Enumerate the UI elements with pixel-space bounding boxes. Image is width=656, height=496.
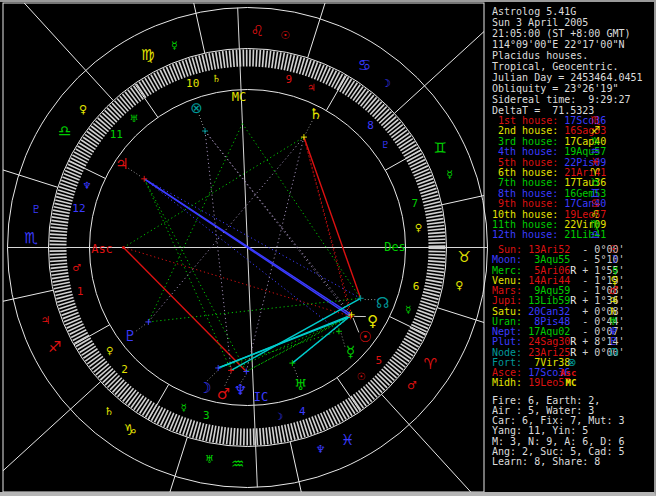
sign-icon: ♎ bbox=[591, 230, 601, 240]
aspect-line bbox=[205, 131, 352, 315]
house-ruler-icon: ♃ bbox=[307, 82, 316, 93]
header-line: Placidus houses. bbox=[492, 51, 588, 61]
sign-boundary bbox=[170, 437, 187, 492]
sign-glyph-aries: ♈ bbox=[424, 355, 437, 373]
sign-glyph-gemini: ♊ bbox=[433, 139, 446, 157]
planet-pointer bbox=[136, 324, 146, 331]
sign-ruler-icon: ♀ bbox=[79, 103, 87, 116]
aspect-line bbox=[218, 316, 350, 368]
header-line: Sun 3 April 2005 bbox=[492, 18, 588, 28]
sign-boundary bbox=[437, 308, 484, 323]
sign-ruler-icon: ☉ bbox=[280, 29, 290, 42]
sign-ruler-icon: ♀ bbox=[455, 279, 463, 292]
house-ruler-icon: ☿ bbox=[181, 402, 187, 413]
aspect-line bbox=[144, 179, 339, 331]
sign-ruler-icon: ☿ bbox=[446, 168, 453, 181]
sign-ruler-icon: ♇ bbox=[31, 203, 41, 216]
degree-mark bbox=[358, 295, 364, 301]
sign-boundary bbox=[24, 3, 113, 101]
house-ruler-icon: ☉ bbox=[357, 371, 366, 382]
house-number: 5 bbox=[375, 354, 382, 367]
planet-glyph-ura: ♅ bbox=[294, 376, 307, 394]
house-number: 7 bbox=[412, 197, 419, 210]
aspect-line bbox=[231, 316, 351, 370]
angle-label-des: Des bbox=[384, 240, 406, 254]
degree-mark bbox=[228, 367, 234, 373]
house-number: 10 bbox=[186, 77, 199, 90]
sign-boundary bbox=[290, 442, 301, 492]
sign-glyph-cancer: ♋ bbox=[358, 56, 371, 74]
sign-glyph-capricorn: ♑ bbox=[124, 421, 137, 439]
sign-boundary bbox=[3, 290, 53, 301]
angle-label-mc: MC bbox=[232, 90, 246, 104]
planet-icon: ☊ bbox=[609, 348, 619, 358]
aspect-line bbox=[124, 137, 304, 247]
planet-glyph-sun: ☉ bbox=[358, 328, 371, 346]
sign-ruler-icon: ♃ bbox=[40, 314, 50, 327]
aspect-line bbox=[144, 179, 360, 298]
angle-label-ic: IC bbox=[254, 390, 268, 404]
planet-glyph-moon: ☽ bbox=[198, 379, 211, 397]
house-number: 1 bbox=[77, 285, 84, 298]
planet-glyph-mer: ☿ bbox=[346, 343, 355, 361]
zodiac-ring: ♈♂♉♀♊☿♋☽♌☉♍☿♎♀♏♇♐♃♑♄♒♅♓♆ bbox=[3, 3, 488, 492]
planet-glyph-plu: ♇ bbox=[123, 327, 136, 345]
house-number: 9 bbox=[285, 73, 292, 86]
aspect-line bbox=[205, 131, 351, 316]
house-ruler-icon: ♀ bbox=[415, 222, 422, 233]
house-number: 2 bbox=[121, 363, 128, 376]
info-panel: Astrolog 5.41GSun 3 April 200521:05:00 (… bbox=[490, 0, 654, 496]
house-ruler-icon: ♅ bbox=[129, 113, 138, 124]
degree-mark bbox=[301, 134, 307, 140]
sign-boundary bbox=[3, 170, 58, 187]
header-line: Sidereal time: 9:29:27 bbox=[492, 95, 630, 105]
planet-pointer bbox=[199, 115, 204, 128]
planet-pointer bbox=[128, 168, 141, 177]
aspect-line bbox=[304, 137, 361, 298]
sign-boundary bbox=[442, 196, 484, 205]
sign-boundary bbox=[308, 3, 325, 58]
header-line: 21:05:00 (ST +8:00 GMT) bbox=[492, 29, 630, 39]
sign-glyph-scorpio: ♏ bbox=[24, 229, 38, 247]
header-line: Astrolog 5.41G bbox=[492, 7, 576, 17]
planet-glyph-for: ⊗ bbox=[190, 99, 203, 117]
sign-ruler-icon: ♄ bbox=[104, 405, 114, 418]
planet-row: Midh: 19Leo57 MC bbox=[492, 378, 582, 388]
house-number: 8 bbox=[367, 119, 374, 132]
planet-glyph-ven: ♀ bbox=[367, 312, 378, 330]
house-ruler-icon: ☽ bbox=[274, 411, 283, 422]
house-ruler-icon: ♇ bbox=[381, 139, 390, 150]
planet-pointer bbox=[341, 333, 345, 346]
header-line: 114°09'00"E 22°17'00"N bbox=[492, 40, 624, 50]
stat-line: Learn: 8, Share: 8 bbox=[492, 457, 600, 467]
degree-mark bbox=[215, 365, 221, 371]
header-line: Obliquity = 23°26'19" bbox=[492, 84, 618, 94]
planet-glyph-nod: ☊ bbox=[376, 294, 389, 312]
aspect-line bbox=[144, 179, 246, 372]
planet-glyph-nep: ♆ bbox=[234, 381, 247, 399]
degree-mark bbox=[336, 328, 342, 334]
aspect-line bbox=[218, 331, 339, 368]
angle-label-asc: Asc bbox=[91, 242, 113, 256]
header-line: Julian Day = 2453464.0451 bbox=[492, 73, 643, 83]
sign-boundary bbox=[382, 394, 471, 492]
house-row: 12th house: 21Lib41♎ bbox=[492, 230, 606, 240]
sign-ruler-icon: ☿ bbox=[171, 39, 178, 52]
sign-glyph-sagittarius: ♐ bbox=[48, 338, 61, 356]
planet-glyph-sat: ♄ bbox=[309, 105, 322, 123]
sign-boundary bbox=[3, 382, 101, 471]
astrolog-window: ♈♂♉♀♊☿♋☽♌☉♍☿♎♀♏♇♐♃♑♄♒♅♓♆1♂2♀3☿4☽5☉6☿7♀8♇… bbox=[0, 0, 656, 496]
header-line: Tropical, Geocentric. bbox=[492, 62, 618, 72]
sign-glyph-leo: ♌ bbox=[251, 22, 264, 40]
planet-pointer bbox=[305, 121, 312, 134]
house-ruler-icon: ♆ bbox=[82, 180, 91, 191]
asc-degree-dot bbox=[122, 246, 125, 249]
aspect-line bbox=[242, 124, 360, 299]
planet-glyph-mar: ♂ bbox=[217, 385, 230, 403]
house-number: 12 bbox=[72, 202, 85, 215]
house-number: 4 bbox=[299, 405, 306, 418]
planet-icon: MC bbox=[566, 378, 577, 388]
house-ruler-icon: ☿ bbox=[405, 304, 411, 315]
aspect-line bbox=[246, 137, 304, 371]
sign-glyph-pisces: ♓ bbox=[341, 431, 354, 449]
